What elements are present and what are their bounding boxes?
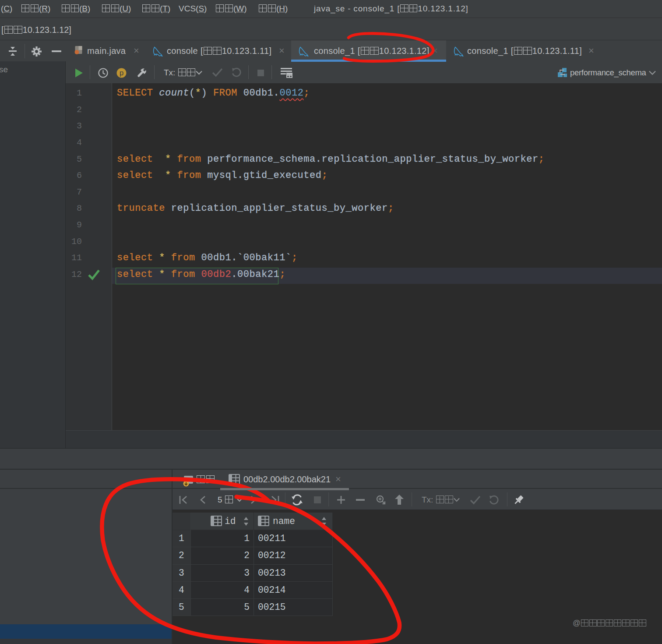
svg-text:p: p (119, 69, 123, 78)
